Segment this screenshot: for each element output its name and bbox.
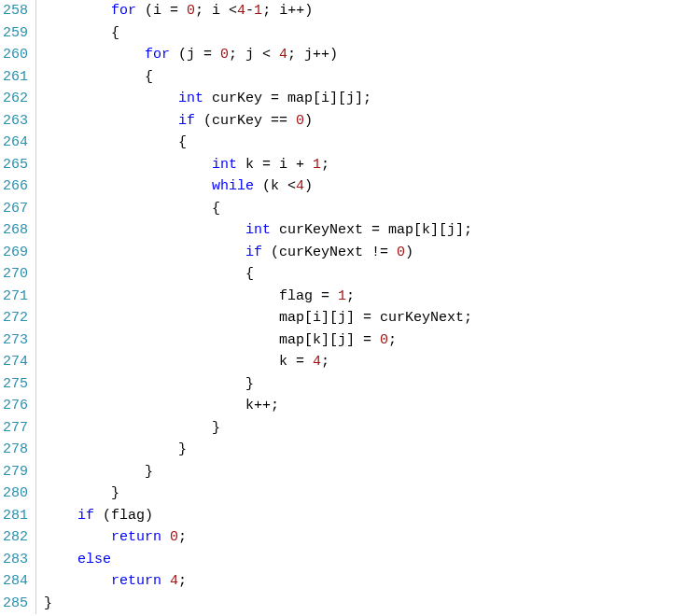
code-line[interactable]: int curKeyNext = map[k][j]; — [44, 219, 700, 242]
line-number: 270 — [0, 263, 28, 286]
text-token: k = i + — [237, 157, 313, 173]
text-token: ; — [321, 157, 329, 173]
text-token: } — [44, 595, 52, 611]
text-token: { — [44, 266, 254, 282]
keyword-token: int — [212, 157, 237, 173]
line-number: 260 — [0, 44, 28, 66]
keyword-token: for — [111, 3, 136, 19]
text-token — [161, 529, 170, 545]
number-token: 0 — [187, 3, 195, 19]
line-number: 271 — [0, 286, 28, 308]
line-number: 280 — [0, 483, 28, 505]
text-token: (flag) — [94, 508, 153, 524]
text-token: curKeyNext = map[k][j]; — [271, 222, 472, 238]
code-line[interactable]: k = 4; — [44, 351, 700, 373]
number-token: 0 — [380, 332, 388, 348]
line-number: 264 — [0, 132, 28, 154]
text-token: k++; — [44, 398, 279, 413]
code-line[interactable]: if (flag) — [44, 505, 700, 527]
line-number: 263 — [0, 110, 28, 133]
text-token — [44, 3, 111, 19]
code-line[interactable]: map[k][j] = 0; — [44, 329, 700, 352]
code-line[interactable]: } — [44, 417, 700, 440]
number-token: 4 — [313, 354, 321, 370]
text-token: } — [44, 441, 187, 457]
text-token: ) — [405, 245, 413, 260]
code-line[interactable]: return 0; — [44, 526, 700, 549]
number-token: 4 — [170, 573, 178, 589]
text-token: ) — [304, 178, 313, 194]
code-line[interactable]: k++; — [44, 395, 700, 417]
text-token: { — [44, 201, 220, 217]
text-token: { — [44, 134, 187, 150]
code-line[interactable]: { — [44, 263, 700, 286]
text-token — [44, 222, 245, 238]
code-line[interactable]: map[i][j] = curKeyNext; — [44, 307, 700, 329]
line-number: 267 — [0, 198, 28, 220]
text-token — [44, 573, 111, 589]
line-number-gutter: 2582592602612622632642652662672682692702… — [0, 0, 35, 614]
text-token — [44, 47, 145, 63]
code-line[interactable]: } — [44, 439, 700, 461]
text-token: } — [44, 485, 119, 501]
number-token: 1 — [313, 157, 321, 173]
text-token — [44, 157, 212, 173]
code-line[interactable]: while (k <4) — [44, 175, 700, 198]
keyword-token: if — [77, 508, 94, 524]
code-line[interactable]: } — [44, 373, 700, 396]
text-token: curKey = map[i][j]; — [203, 91, 371, 106]
text-token — [44, 552, 77, 567]
line-number: 273 — [0, 329, 28, 352]
line-number: 284 — [0, 570, 28, 593]
code-line[interactable]: { — [44, 198, 700, 220]
code-line[interactable]: for (j = 0; j < 4; j++) — [44, 44, 700, 66]
keyword-token: return — [111, 573, 161, 589]
keyword-token: if — [245, 245, 262, 260]
text-token: { — [44, 25, 119, 41]
text-token: (curKey == — [195, 113, 296, 129]
text-token: (curKeyNext != — [262, 245, 397, 260]
text-token: ; — [178, 529, 187, 545]
code-line[interactable]: return 4; — [44, 570, 700, 593]
number-token: 4 — [279, 47, 287, 63]
code-line[interactable]: } — [44, 483, 700, 505]
line-number: 281 — [0, 505, 28, 527]
text-token: (i = — [136, 3, 187, 19]
number-token: 0 — [170, 529, 178, 545]
number-token: 4 — [237, 3, 245, 19]
code-line[interactable]: for (i = 0; i <4-1; i++) — [44, 0, 700, 22]
text-token: { — [44, 69, 153, 85]
line-number: 266 — [0, 175, 28, 198]
code-area[interactable]: for (i = 0; i <4-1; i++) { for (j = 0; j… — [35, 0, 700, 614]
code-line[interactable]: int k = i + 1; — [44, 154, 700, 176]
text-token: ; i++) — [262, 3, 313, 19]
line-number: 272 — [0, 307, 28, 329]
line-number: 279 — [0, 461, 28, 483]
text-token: ; j++) — [287, 47, 338, 63]
text-token: k = — [44, 354, 313, 370]
text-token: } — [44, 376, 254, 392]
code-line[interactable]: if (curKey == 0) — [44, 110, 700, 133]
number-token: 1 — [338, 288, 346, 304]
number-token: 0 — [296, 113, 304, 129]
code-line[interactable]: } — [44, 593, 700, 615]
code-line[interactable]: { — [44, 132, 700, 154]
text-token: ; i < — [195, 3, 237, 19]
line-number: 261 — [0, 66, 28, 89]
text-token: } — [44, 464, 153, 480]
code-line[interactable]: if (curKeyNext != 0) — [44, 242, 700, 264]
code-line[interactable]: int curKey = map[i][j]; — [44, 88, 700, 110]
line-number: 268 — [0, 219, 28, 242]
code-line[interactable]: } — [44, 461, 700, 483]
number-token: 4 — [296, 178, 304, 194]
code-line[interactable]: { — [44, 22, 700, 45]
line-number: 282 — [0, 526, 28, 549]
code-line[interactable]: { — [44, 66, 700, 89]
code-line[interactable]: else — [44, 549, 700, 571]
text-token — [44, 529, 111, 545]
text-token: - — [245, 3, 254, 19]
keyword-token: int — [245, 222, 271, 238]
code-line[interactable]: flag = 1; — [44, 286, 700, 308]
text-token: ; — [388, 332, 397, 348]
text-token — [44, 178, 212, 194]
